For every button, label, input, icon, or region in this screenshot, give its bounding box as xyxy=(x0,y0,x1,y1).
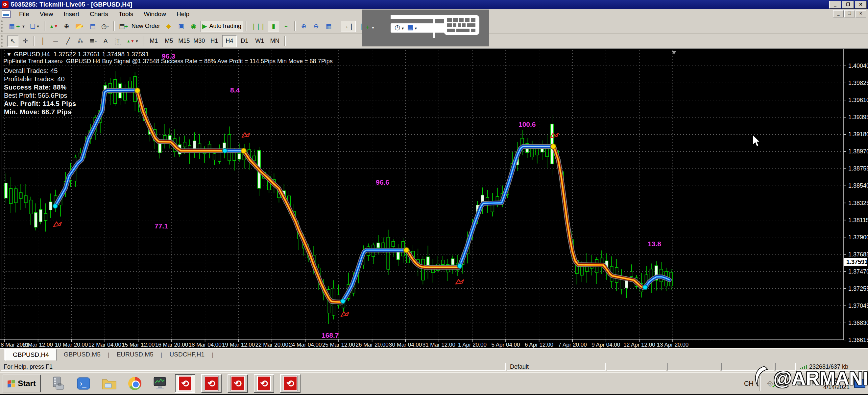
chart-tab-gbpusd-h4[interactable]: GBPUSD,H4 xyxy=(5,349,57,361)
timeframe-button-h4[interactable]: H4 xyxy=(222,35,237,47)
text-button[interactable]: A xyxy=(100,35,111,47)
periods-button[interactable]: ◷▼ xyxy=(395,23,404,31)
task-manager-icon[interactable] xyxy=(152,375,169,392)
taskbar-mt4-window-1[interactable]: ⟲ xyxy=(175,374,195,393)
restore-button[interactable]: ❐ xyxy=(842,1,854,8)
show-desktop-icon[interactable] xyxy=(854,379,865,388)
tab-separator: | xyxy=(212,351,213,359)
toolbar-separator xyxy=(44,21,45,31)
horizontal-line-button[interactable]: ─ xyxy=(50,35,61,47)
chart-tab-gbpusd-m5[interactable]: GBPUSD,M5 xyxy=(57,349,108,360)
svg-text:5 Apr 04:00: 5 Apr 04:00 xyxy=(492,342,520,348)
timeframe-button-w1[interactable]: W1 xyxy=(252,35,267,47)
flag-icon[interactable]: ⚑ xyxy=(809,378,819,388)
indicator-header: PipFinite Trend Laser» GBPUSD H4 Buy Sig… xyxy=(3,58,333,65)
trendline-button[interactable]: ╱ xyxy=(62,35,74,47)
close-button[interactable]: ✕ xyxy=(855,1,867,8)
overlay-white-bar xyxy=(391,15,450,19)
menu-item-insert[interactable]: Insert xyxy=(58,10,85,18)
market-button[interactable]: ▣ xyxy=(176,21,187,32)
chart-canvas[interactable]: 96.38.4100.696.677.113.8168.71.400401.39… xyxy=(0,49,868,348)
svg-text:1.38325: 1.38325 xyxy=(848,200,868,206)
timeframe-button-m30[interactable]: M30 xyxy=(192,35,207,47)
auto-scroll-button[interactable]: →❘ xyxy=(341,21,356,32)
crosshair-button[interactable]: ✛ xyxy=(20,35,31,47)
svg-text:13 Apr 20:00: 13 Apr 20:00 xyxy=(657,342,688,348)
svg-text:13.8: 13.8 xyxy=(648,240,661,248)
toolbar-separator xyxy=(337,21,338,31)
autotrading-button[interactable]: ▶AutoTrading xyxy=(200,21,243,32)
file-explorer-icon[interactable] xyxy=(101,375,118,392)
zoom-out-button[interactable]: ⊖ xyxy=(311,21,322,32)
chart-tab-usdchf-h1[interactable]: USDCHF,H1 xyxy=(162,349,212,360)
svg-text:1.37470: 1.37470 xyxy=(848,268,868,275)
candlestick-chart-button[interactable]: ▮ xyxy=(268,21,279,32)
signals-button[interactable]: ◉ xyxy=(188,21,199,32)
line-chart-button[interactable]: ⌁ xyxy=(280,21,291,32)
taskbar-mt4-window-4[interactable]: ⟲ xyxy=(254,374,274,393)
indicators-button[interactable]: ＋▼ xyxy=(364,23,375,31)
svg-text:1.37591: 1.37591 xyxy=(846,259,868,265)
arrows-button[interactable]: ▲▼▼ xyxy=(125,35,141,47)
system-tray: CH ⎆✔ ◀✖ ⧉ ⚑ 5:20 AM 4/14/2021 xyxy=(737,374,865,393)
svg-text:22 Mar 20:00: 22 Mar 20:00 xyxy=(255,342,288,348)
taskbar-mt4-window-2[interactable]: ⟲ xyxy=(201,374,222,393)
recorder-overlay: ＋▼ ◷▼ ▤▼ xyxy=(362,9,489,47)
timeframe-button-m5[interactable]: M5 xyxy=(162,35,176,47)
server-manager-icon[interactable] xyxy=(49,375,66,392)
language-indicator[interactable]: CH xyxy=(743,380,755,388)
svg-text:10 Mar 20:00: 10 Mar 20:00 xyxy=(55,342,88,348)
mt4-icon: ⟲ xyxy=(257,376,271,391)
bar-chart-button[interactable]: ❘❘❘ xyxy=(250,21,267,32)
new-order-button[interactable]: ▤＋New Order xyxy=(117,21,162,32)
metaeditor-button[interactable]: ◆ xyxy=(163,21,174,32)
timeframe-button-d1[interactable]: D1 xyxy=(237,35,252,47)
start-button[interactable]: Start xyxy=(3,374,41,392)
tray-clock[interactable]: 5:20 AM 4/14/2021 xyxy=(823,376,849,391)
volume-muted-icon[interactable]: ◀✖ xyxy=(780,378,790,388)
tray-date: 4/14/2021 xyxy=(823,384,849,391)
vertical-line-button[interactable]: │ xyxy=(37,35,49,47)
text-label-button[interactable]: T xyxy=(113,35,124,47)
windows-logo-icon xyxy=(7,379,15,387)
powershell-icon[interactable]: ›_ xyxy=(75,375,92,392)
minimize-button[interactable]: _ xyxy=(829,1,841,8)
usb-device-icon[interactable]: ⎆✔ xyxy=(766,378,775,388)
mdi-close-button[interactable]: ✕ xyxy=(856,10,866,18)
equidistant-channel-button[interactable]: ⫽E xyxy=(75,35,86,47)
zoom-in-button[interactable]: ⊕ xyxy=(298,21,309,32)
menu-item-file[interactable]: File xyxy=(14,10,34,18)
menu-item-charts[interactable]: Charts xyxy=(85,10,114,18)
network-icon[interactable]: ⧉ xyxy=(794,378,804,388)
status-profile[interactable]: Default xyxy=(507,363,606,371)
mdi-minimize-button[interactable]: _ xyxy=(833,10,844,18)
svg-text:12 Apr 12:00: 12 Apr 12:00 xyxy=(623,342,655,348)
mdi-restore-button[interactable]: ❐ xyxy=(844,10,855,18)
menu-item-window[interactable]: Window xyxy=(138,10,171,18)
market-watch-button[interactable]: ▲▼ xyxy=(48,21,60,32)
menu-item-tools[interactable]: Tools xyxy=(114,10,138,18)
new-chart-button[interactable]: ▦＋▼ xyxy=(7,21,27,32)
menu-item-view[interactable]: View xyxy=(34,10,59,18)
taskbar-mt4-window-5[interactable]: ⟲ xyxy=(280,374,301,393)
svg-text:31 Mar 12:00: 31 Mar 12:00 xyxy=(423,342,455,348)
cursor-button[interactable]: ↖ xyxy=(7,35,19,47)
toolbar-grip xyxy=(1,35,6,47)
chart-profiles-button[interactable]: ❏▼ xyxy=(28,21,41,32)
timeframe-button-h1[interactable]: H1 xyxy=(207,35,222,47)
timeframe-button-m15[interactable]: M15 xyxy=(177,35,191,47)
tile-windows-button[interactable]: ▦ xyxy=(323,21,334,32)
data-window-button[interactable]: ⊕ xyxy=(61,21,72,32)
fibonacci-button[interactable]: ≣F xyxy=(88,35,99,47)
chrome-icon[interactable] xyxy=(126,375,143,392)
navigator-button[interactable]: 📂★ xyxy=(74,21,86,32)
menu-item-help[interactable]: Help xyxy=(171,10,195,18)
chart-tab-eurusd-m5[interactable]: EURUSD,M5 xyxy=(110,349,161,360)
templates-button[interactable]: ▤▼ xyxy=(407,23,417,31)
timeframe-button-mn[interactable]: MN xyxy=(268,35,282,47)
taskbar-mt4-window-3[interactable]: ⟲ xyxy=(227,374,248,393)
terminal-button[interactable]: ▤ xyxy=(87,21,98,32)
timeframe-button-m1[interactable]: M1 xyxy=(147,35,161,47)
keyboard-icon xyxy=(443,14,480,36)
strategy-tester-button[interactable]: ◷⌕ xyxy=(100,21,111,32)
